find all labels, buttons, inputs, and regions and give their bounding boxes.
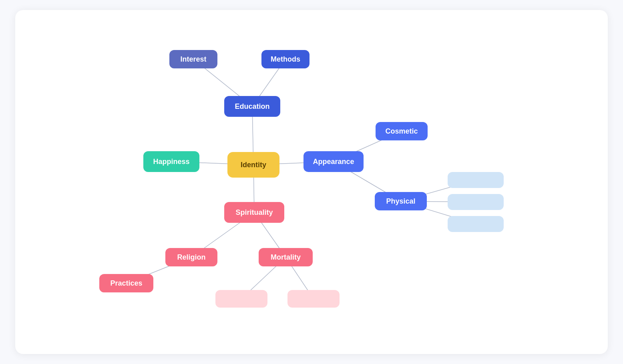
node-identity[interactable]: Identity xyxy=(227,152,279,178)
node-happiness[interactable]: Happiness xyxy=(143,151,199,172)
node-phys3[interactable] xyxy=(448,216,504,232)
node-appearance[interactable]: Appearance xyxy=(303,151,364,172)
node-practices[interactable]: Practices xyxy=(99,274,153,292)
node-mort2[interactable] xyxy=(287,290,340,308)
mindmap-canvas: IdentityHappinessEducationInterestMethod… xyxy=(15,10,608,354)
node-phys1[interactable] xyxy=(448,172,504,188)
node-interest[interactable]: Interest xyxy=(169,50,217,68)
node-cosmetic[interactable]: Cosmetic xyxy=(376,122,428,140)
node-spirituality[interactable]: Spirituality xyxy=(224,202,284,223)
node-physical[interactable]: Physical xyxy=(375,192,427,210)
node-phys2[interactable] xyxy=(448,194,504,210)
node-mort1[interactable] xyxy=(215,290,267,308)
node-methods[interactable]: Methods xyxy=(261,50,309,68)
node-education[interactable]: Education xyxy=(224,96,280,117)
node-religion[interactable]: Religion xyxy=(165,248,217,266)
node-mortality[interactable]: Mortality xyxy=(259,248,313,266)
